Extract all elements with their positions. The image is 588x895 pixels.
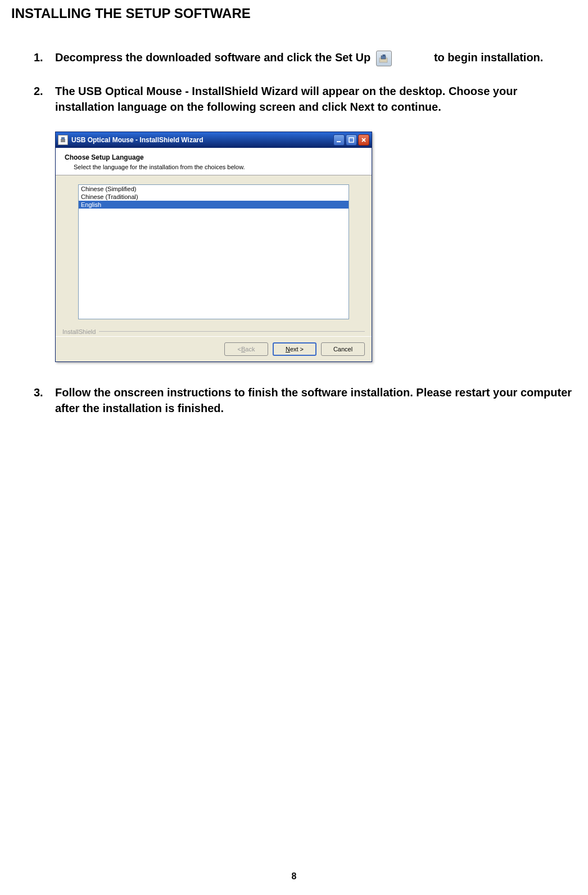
installshield-brand: InstallShield [56, 327, 372, 336]
step-body: Decompress the downloaded software and c… [55, 49, 577, 66]
step-2: 2. The USB Optical Mouse - InstallShield… [34, 83, 577, 115]
window-buttons [333, 134, 369, 146]
step-body: The USB Optical Mouse - InstallShield Wi… [55, 83, 577, 115]
maximize-button[interactable] [346, 134, 357, 146]
step-body: Follow the onscreen instructions to fini… [55, 385, 577, 416]
list-item[interactable]: Chinese (Traditional) [79, 193, 349, 201]
titlebar: USB Optical Mouse - InstallShield Wizard [56, 132, 372, 148]
svg-rect-3 [61, 137, 65, 139]
brand-text: InstallShield [62, 328, 96, 335]
close-button[interactable] [358, 134, 369, 146]
svg-rect-4 [337, 141, 341, 142]
dialog-screenshot: USB Optical Mouse - InstallShield Wizard… [55, 132, 577, 362]
back-button: < Back [224, 342, 268, 356]
dialog-header-subtitle: Select the language for the installation… [74, 164, 363, 170]
section-heading: INSTALLING THE SETUP SOFTWARE [11, 6, 577, 21]
cancel-button[interactable]: Cancel [321, 342, 365, 356]
dialog-body: Chinese (Simplified) Chinese (Traditiona… [56, 175, 372, 327]
next-button[interactable]: Next > [273, 342, 316, 356]
step-3: 3. Follow the onscreen instructions to f… [34, 385, 577, 416]
minimize-button[interactable] [333, 134, 345, 146]
svg-rect-1 [381, 56, 386, 59]
step-1: 1. Decompress the downloaded software an… [34, 49, 577, 66]
list-item[interactable]: Chinese (Simplified) [79, 185, 349, 193]
language-listbox[interactable]: Chinese (Simplified) Chinese (Traditiona… [78, 184, 349, 319]
step-text-before: Decompress the downloaded software and c… [55, 51, 370, 64]
dialog-header-title: Choose Setup Language [65, 153, 363, 161]
installshield-dialog: USB Optical Mouse - InstallShield Wizard… [55, 132, 372, 362]
divider-line [99, 331, 365, 332]
step-number: 3. [34, 385, 55, 416]
svg-rect-5 [349, 138, 354, 142]
dialog-footer: < Back Next > Cancel [56, 336, 372, 361]
step-number: 1. [34, 49, 55, 66]
app-icon [58, 135, 68, 145]
setup-icon [376, 51, 392, 66]
list-item-selected[interactable]: English [79, 201, 349, 209]
page-number: 8 [0, 871, 588, 882]
titlebar-text: USB Optical Mouse - InstallShield Wizard [71, 136, 333, 144]
step-number: 2. [34, 83, 55, 115]
dialog-header: Choose Setup Language Select the languag… [56, 148, 372, 175]
step-text-after: to begin installation. [434, 51, 543, 64]
